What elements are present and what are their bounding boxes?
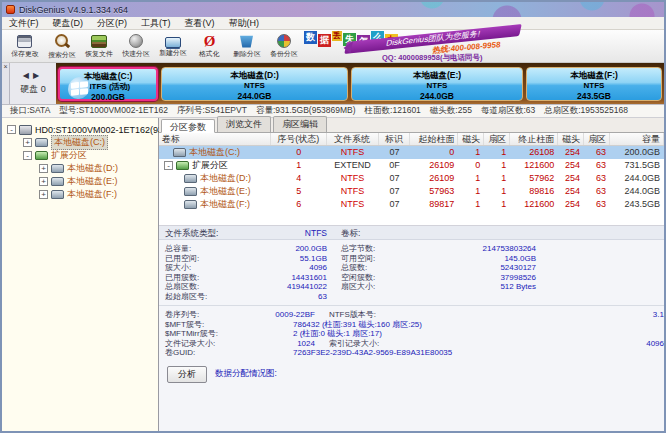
menu-bar: 文件(F) 硬盘(D) 分区(P) 工具(T) 查看(V) 帮助(H)	[2, 17, 664, 30]
menu-file[interactable]: 文件(F)	[2, 17, 46, 30]
table-header: 卷标 序号(状态) 文件系统 标识 起始柱面 磁头 扇区 终止柱面 磁头 扇区 …	[159, 133, 664, 146]
disk-label: 硬盘 0	[20, 83, 46, 96]
detail-row: $MFTMirr簇号:2 (柱面:0 磁头:1 扇区:17)	[159, 329, 664, 339]
harddisk-icon	[19, 125, 32, 135]
drive-icon	[184, 200, 197, 209]
tab-sector-edit[interactable]: 扇区编辑	[273, 116, 327, 132]
table-row-d[interactable]: 本地磁盘(D:) 4 NTFS 07 26109 1 1 57962 254 6…	[159, 172, 664, 185]
ad-qq: QQ: 4000089958(与电话同号)	[382, 53, 482, 63]
quick-partition-icon	[129, 34, 143, 48]
detail-row: 已用簇数:14431601 空闲簇数:37998526	[159, 273, 664, 283]
close-icon[interactable]: ×	[3, 63, 7, 70]
panel-close-strip[interactable]: ×	[2, 63, 10, 104]
detail-row: 总扇区数:419441022 扇区大小:512 Bytes	[159, 282, 664, 292]
tree-item-f[interactable]: + 本地磁盘(F:)	[2, 188, 158, 201]
detail-fs-row: 文件系统类型: NTFS 卷标:	[159, 226, 664, 240]
main-panel: 分区参数 浏览文件 扇区编辑 卷标 序号(状态) 文件系统 标识 起始柱面 磁头…	[159, 118, 664, 431]
table-row-extended[interactable]: -扩展分区 1 EXTEND 0F 26109 0 1 121600 254 6…	[159, 159, 664, 172]
partition-details: 文件系统类型: NTFS 卷标: 总容量:200.0GB 总字节数:214753…	[159, 225, 664, 431]
collapse-icon[interactable]: -	[7, 125, 16, 134]
disk-navigator: ◀▶ 硬盘 0	[10, 63, 56, 104]
disk-tree-panel: - HD0:ST1000VM002-1ET162(932GB) + 本地磁盘(C…	[2, 118, 159, 431]
expand-icon[interactable]: +	[39, 177, 48, 186]
toolbar: 保存更改 搜索分区 恢复文件 快速分区 新建分区 Ø 格式化 删除分区 备份分区	[2, 30, 664, 63]
expand-icon[interactable]: +	[39, 190, 48, 199]
table-row-c[interactable]: 本地磁盘(C:) 0 NTFS 07 0 1 1 26108 254 63 20…	[159, 146, 664, 159]
backup-partition-icon	[277, 34, 291, 48]
quick-partition-button[interactable]: 快速分区	[117, 31, 154, 62]
drive-icon	[184, 187, 197, 196]
tab-partition-params[interactable]: 分区参数	[161, 119, 215, 133]
drive-icon	[173, 148, 186, 157]
detail-row: $MFT簇号:786432 (柱面:391 磁头:160 扇区:25)	[159, 320, 664, 330]
partition-box-c[interactable]: 本地磁盘(C:) NTFS (活动) 200.0GB	[58, 67, 158, 101]
recover-files-icon	[91, 35, 107, 48]
tab-browse-files[interactable]: 浏览文件	[217, 116, 271, 132]
extended-partition-icon	[35, 151, 48, 160]
app-logo-icon	[6, 5, 15, 14]
delete-partition-button[interactable]: 删除分区	[228, 31, 265, 62]
diskgenius-window: DiskGenius V4.9.1.334 x64 文件(F) 硬盘(D) 分区…	[0, 0, 666, 433]
search-partition-button[interactable]: 搜索分区	[43, 31, 80, 62]
collapse-icon[interactable]: -	[23, 151, 32, 160]
partition-box-e[interactable]: 本地磁盘(E:) NTFS 244.0GB	[351, 67, 523, 101]
search-partition-icon	[53, 33, 71, 49]
disk-sectors-per-track: 每道扇区数:63	[481, 105, 535, 117]
detail-row: 已用空间:55.1GB 可用空间:145.0GB	[159, 254, 664, 264]
menu-tools[interactable]: 工具(T)	[134, 17, 178, 30]
partition-box-d[interactable]: 本地磁盘(D:) NTFS 244.0GB	[161, 67, 348, 101]
detail-row: 总容量:200.0GB 总字节数:214753803264	[159, 244, 664, 254]
disk-interface: 接口:SATA	[10, 105, 50, 117]
partition-overview: × ◀▶ 硬盘 0 本地磁盘(C:) NTFS (活动) 200.0GB 本地磁…	[2, 63, 664, 105]
detail-row-guid: 卷GUID:7263F3E2-239D-43A2-9569-E89A31E800…	[159, 348, 664, 358]
save-changes-button[interactable]: 保存更改	[6, 31, 43, 62]
tree-item-d[interactable]: + 本地磁盘(D:)	[2, 162, 158, 175]
title-bar[interactable]: DiskGenius V4.9.1.334 x64	[2, 2, 664, 17]
next-disk-icon[interactable]: ▶	[33, 71, 43, 80]
partition-box-f[interactable]: 本地磁盘(F:) NTFS 243.5GB	[526, 67, 662, 101]
disk-heads: 磁头数:255	[430, 105, 472, 117]
save-changes-icon	[17, 35, 32, 48]
disk-info-bar: 接口:SATA 型号:ST1000VM002-1ET162 序列号:S541EP…	[2, 105, 664, 118]
backup-partition-button[interactable]: 备份分区	[265, 31, 302, 62]
tree-item-e[interactable]: + 本地磁盘(E:)	[2, 175, 158, 188]
disk-model: 型号:ST1000VM002-1ET162	[59, 105, 168, 117]
delete-partition-icon	[240, 35, 253, 48]
drive-icon	[51, 177, 64, 186]
menu-partition[interactable]: 分区(P)	[90, 17, 134, 30]
drive-icon	[35, 138, 48, 147]
menu-help[interactable]: 帮助(H)	[222, 17, 267, 30]
detail-row: 簇大小:4096 总簇数:52430127	[159, 263, 664, 273]
prev-disk-icon[interactable]: ◀	[23, 71, 33, 80]
format-icon: Ø	[201, 33, 219, 49]
table-row-e[interactable]: 本地磁盘(E:) 5 NTFS 07 57963 1 1 89816 254 6…	[159, 185, 664, 198]
new-partition-button[interactable]: 新建分区	[154, 31, 191, 62]
collapse-icon[interactable]: -	[164, 161, 173, 170]
detail-row: 卷序列号:0009-22BF NTFS版本号:3.1	[159, 310, 664, 320]
format-button[interactable]: Ø 格式化	[191, 31, 228, 62]
detail-row: 文件记录大小:1024 索引记录大小:4096	[159, 339, 664, 349]
new-partition-icon	[165, 37, 181, 48]
partition-table: 卷标 序号(状态) 文件系统 标识 起始柱面 磁头 扇区 终止柱面 磁头 扇区 …	[159, 133, 664, 225]
detail-row: 起始扇区号:63	[159, 292, 664, 302]
expand-icon[interactable]: +	[39, 164, 48, 173]
tab-bar: 分区参数 浏览文件 扇区编辑	[159, 118, 664, 133]
expand-icon[interactable]: +	[23, 138, 32, 147]
window-title: DiskGenius V4.9.1.334 x64	[19, 5, 128, 15]
ad-banner[interactable]: 数 据 丢 失 怎 么 办 DiskGenius团队为您服务! 热线:400-0…	[304, 30, 554, 63]
drive-icon	[51, 190, 64, 199]
allocation-map-label: 数据分配情况图:	[215, 368, 277, 380]
drive-icon	[51, 164, 64, 173]
disk-cylinders: 柱面数:121601	[365, 105, 421, 117]
tree-item-extended[interactable]: - 扩展分区	[2, 149, 158, 162]
partition-bar: 本地磁盘(C:) NTFS (活动) 200.0GB 本地磁盘(D:) NTFS…	[56, 63, 664, 104]
tree-item-c[interactable]: + 本地磁盘(C:)	[2, 136, 158, 149]
disk-total-sectors: 总扇区数:1953525168	[544, 105, 628, 117]
menu-view[interactable]: 查看(V)	[178, 17, 222, 30]
table-row-f[interactable]: 本地磁盘(F:) 6 NTFS 07 89817 1 1 121600 254 …	[159, 198, 664, 211]
drive-icon	[184, 174, 197, 183]
analyze-button[interactable]: 分析	[167, 366, 207, 383]
extended-partition-icon	[176, 161, 189, 170]
menu-disk[interactable]: 硬盘(D)	[46, 17, 91, 30]
recover-files-button[interactable]: 恢复文件	[80, 31, 117, 62]
